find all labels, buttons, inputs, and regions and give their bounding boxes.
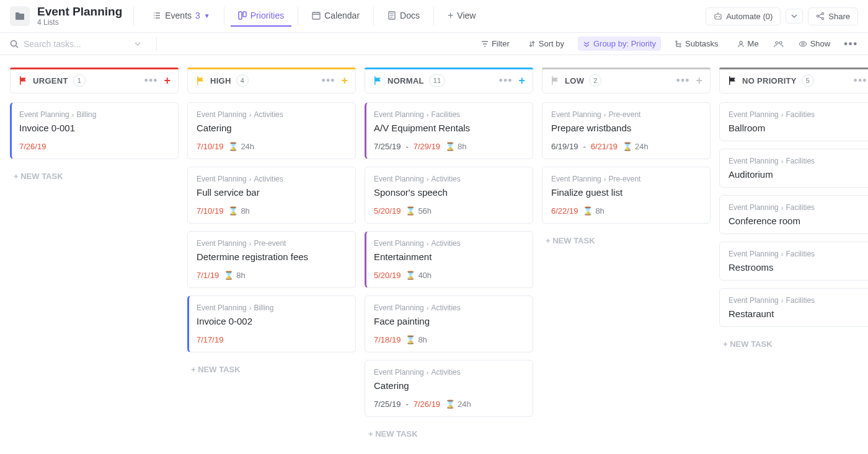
tab-calendar[interactable]: Calendar (304, 6, 367, 27)
task-card[interactable]: Event Planning › Billing Invoice 0-001 7… (10, 102, 179, 159)
hourglass-icon: ⌛ (405, 335, 415, 344)
task-card[interactable]: Event Planning › Activities Face paintin… (365, 295, 533, 352)
tab-priorities[interactable]: Priorities (231, 6, 291, 27)
new-task-button[interactable]: + NEW TASK (10, 167, 179, 186)
task-breadcrumb: Event Planning › Facilities (728, 250, 868, 258)
more-menu-button[interactable]: ••• (844, 38, 858, 50)
tab-docs[interactable]: Docs (380, 6, 427, 27)
column-add-button[interactable]: + (518, 75, 525, 86)
task-card[interactable]: Event Planning › Facilities Restaraunt (719, 288, 868, 327)
page-subtitle: 4 Lists (37, 18, 122, 27)
new-task-button[interactable]: + NEW TASK (365, 424, 533, 443)
chevron-right-icon: › (427, 304, 429, 312)
chevron-right-icon: › (604, 111, 606, 118)
task-card[interactable]: Event Planning › Pre-event Finalize gues… (542, 167, 711, 224)
hourglass-icon: ⌛ (405, 206, 415, 216)
me-label: Me (748, 39, 759, 48)
task-card[interactable]: Event Planning › Facilities Restrooms (719, 242, 868, 281)
task-title: Conference room (728, 216, 868, 226)
subtasks-button[interactable]: Subtasks (670, 37, 723, 51)
tab-add-view[interactable]: + View (440, 5, 483, 27)
task-date: 7/25/19 (374, 399, 401, 409)
task-card[interactable]: Event Planning › Activities Sponsor's sp… (365, 167, 533, 224)
date-sep: - (405, 399, 408, 409)
breadcrumb-root: Event Planning (728, 110, 779, 119)
doc-icon (388, 11, 396, 20)
hourglass-icon: ⌛ (228, 142, 238, 151)
task-card[interactable]: Event Planning › Facilities Ballroom (719, 102, 868, 141)
chevron-right-icon: › (249, 111, 252, 118)
search-chevron-icon[interactable] (134, 40, 141, 48)
task-card[interactable]: Event Planning › Activities Catering 7/1… (187, 102, 356, 159)
task-breadcrumb: Event Planning › Activities (374, 368, 524, 377)
column-more-button[interactable]: ••• (322, 75, 335, 86)
divider (156, 37, 157, 51)
tab-label: Priorities (250, 11, 284, 20)
new-task-button[interactable]: + NEW TASK (542, 231, 711, 250)
sort-button[interactable]: Sort by (523, 37, 569, 51)
task-card[interactable]: Event Planning › Activities Full service… (187, 167, 356, 224)
task-card[interactable]: Event Planning › Billing Invoice 0-002 7… (187, 295, 356, 352)
column-more-button[interactable]: ••• (499, 75, 513, 86)
task-date: 7/1/19 (197, 271, 219, 280)
task-breadcrumb: Event Planning › Activities (374, 175, 524, 183)
search-input[interactable] (24, 39, 129, 49)
column-title: URGENT (33, 76, 68, 85)
filter-button[interactable]: Filter (476, 37, 515, 51)
hourglass-icon: ⌛ (622, 142, 632, 151)
svg-point-6 (719, 16, 720, 17)
new-task-button[interactable]: + NEW TASK (719, 334, 868, 354)
column-title: LOW (565, 76, 584, 85)
people-icon (774, 40, 784, 48)
flag-icon (373, 76, 383, 85)
column-header: HIGH 4 ••• + (187, 68, 356, 94)
breadcrumb-leaf: Activities (431, 368, 460, 377)
filter-icon (481, 40, 489, 48)
task-date: 7/10/19 (197, 206, 223, 216)
column-normal: NORMAL 11 ••• + Event Planning › Facilit… (365, 68, 533, 443)
task-title: Restrooms (728, 262, 868, 273)
group-by-button[interactable]: Group by: Priority (578, 37, 661, 51)
task-date: 7/26/19 (19, 142, 46, 151)
task-card[interactable]: Event Planning › Facilities Auditorium (719, 149, 868, 188)
task-breadcrumb: Event Planning › Pre-event (551, 110, 701, 119)
column-more-button[interactable]: ••• (854, 75, 867, 86)
column-add-button[interactable]: + (164, 75, 170, 86)
svg-rect-0 (239, 12, 242, 19)
sort-label: Sort by (539, 39, 564, 48)
task-breadcrumb: Event Planning › Facilities (728, 157, 868, 165)
task-card[interactable]: Event Planning › Facilities Conference r… (719, 195, 868, 234)
automate-button[interactable]: Automate (0) (706, 7, 781, 25)
task-card[interactable]: Event Planning › Activities Entertainmen… (365, 231, 533, 288)
chevron-right-icon: › (72, 111, 74, 118)
task-date-end: 6/21/19 (591, 142, 618, 151)
task-card[interactable]: Event Planning › Facilities A/V Equipmen… (365, 102, 533, 159)
chevron-right-icon: › (604, 175, 606, 183)
show-button[interactable]: Show (794, 37, 836, 51)
task-meta: 7/10/19⌛24h (197, 142, 347, 151)
task-card[interactable]: Event Planning › Pre-event Determine reg… (187, 231, 356, 288)
me-button[interactable]: Me (732, 37, 764, 51)
task-title: Restaraunt (728, 308, 868, 319)
share-button[interactable]: Share (808, 7, 858, 25)
automate-dropdown[interactable] (786, 9, 803, 24)
column-add-button[interactable]: + (341, 75, 348, 86)
nav-tabs: Events 3 ▼ Priorities Calendar Docs + Vi… (145, 5, 483, 27)
task-date-end: 7/26/19 (414, 399, 440, 409)
column-add-button[interactable]: + (696, 75, 702, 86)
task-card[interactable]: Event Planning › Pre-event Prepare wrist… (542, 102, 711, 159)
new-task-button[interactable]: + NEW TASK (187, 360, 356, 379)
divider (224, 7, 224, 25)
column-title: NO PRIORITY (742, 76, 797, 85)
plus-icon: + (448, 10, 453, 21)
task-card[interactable]: Event Planning › Activities Catering 7/2… (365, 360, 533, 417)
column-more-button[interactable]: ••• (144, 75, 158, 86)
chevron-down-icon (791, 13, 797, 19)
breadcrumb-leaf: Pre-event (254, 239, 286, 248)
assignees-button[interactable] (773, 38, 785, 50)
tab-events[interactable]: Events 3 ▼ (145, 6, 218, 27)
task-title: Finalize guest list (551, 187, 701, 198)
hourglass-icon: ⌛ (445, 142, 455, 151)
column-more-button[interactable]: ••• (676, 75, 690, 86)
task-meta: 5/20/19⌛56h (374, 206, 524, 216)
